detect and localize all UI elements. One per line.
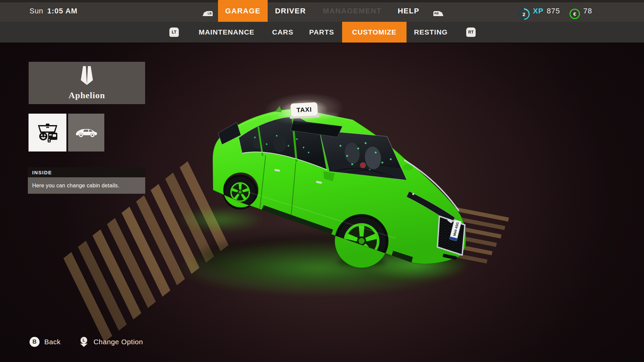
xp-level: 2 (520, 10, 529, 19)
money-value: 78 (583, 0, 592, 22)
tab-management: MANAGEMENT (319, 0, 386, 22)
section-description: Here you can change cabin details. (28, 177, 145, 194)
rb-button-icon[interactable]: RB (433, 11, 443, 16)
left-stick-icon[interactable]: L (79, 336, 89, 348)
clock-label: 1:05 AM (47, 7, 78, 15)
tab-maintenance[interactable]: MAINTENANCE (197, 22, 256, 43)
brand-card: Aphelion (29, 62, 145, 104)
tab-customize[interactable]: CUSTOMIZE (342, 22, 407, 43)
car-side-icon (74, 120, 99, 145)
tab-resting[interactable]: RESTING (410, 22, 452, 43)
xp-label: XP (533, 0, 543, 22)
tab-driver[interactable]: DRIVER (270, 0, 311, 22)
dashboard-icon (35, 120, 60, 145)
day-label: Sun (30, 7, 43, 15)
top-bar: Sun 1:05 AM LB GARAGE DRIVER MANAGEMENT … (0, 0, 644, 22)
tab-parts[interactable]: PARTS (305, 22, 339, 43)
xp-level-ring: 2 (518, 8, 530, 20)
b-button-icon[interactable]: B (30, 337, 40, 347)
brand-name: Aphelion (68, 90, 105, 101)
tab-garage[interactable]: GARAGE (218, 0, 268, 22)
option-interior-view[interactable] (29, 114, 66, 152)
game-screen: M44 4SG TAXI Sun 1:05 AM LB GARAGE (0, 0, 644, 362)
back-hint-label: Back (44, 338, 61, 346)
xp-value: 875 (547, 0, 560, 22)
garage-sub-bar: LT MAINTENANCE CARS PARTS CUSTOMIZE REST… (0, 22, 644, 43)
tab-cars[interactable]: CARS (266, 22, 300, 43)
controller-hints: B Back L Change Option (30, 336, 156, 348)
svg-text:L: L (83, 338, 85, 343)
currency-icon: € (570, 9, 580, 19)
svg-text:TAXI: TAXI (296, 106, 312, 114)
rt-button-icon[interactable]: RT (466, 27, 476, 37)
lt-button-icon[interactable]: LT (169, 27, 179, 37)
brand-logo-icon (77, 66, 97, 90)
section-title: INSIDE (28, 167, 145, 177)
change-option-hint-label: Change Option (94, 338, 143, 346)
tab-help[interactable]: HELP (392, 0, 425, 22)
option-exterior-view[interactable] (68, 114, 104, 152)
game-time: Sun 1:05 AM (30, 0, 77, 22)
lb-button-icon[interactable]: LB (203, 11, 213, 16)
